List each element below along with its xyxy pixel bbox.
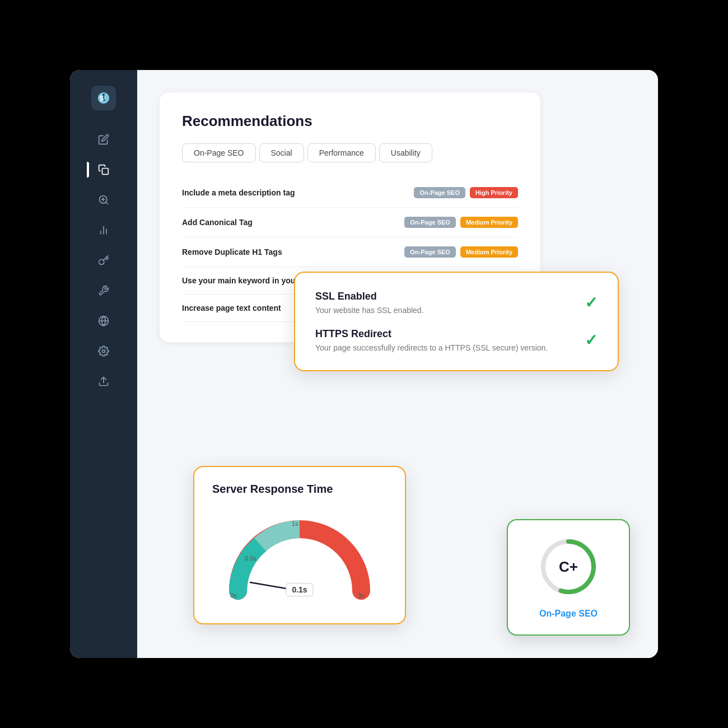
server-response-card: Server Response Time 0s 0.5s 1s 3s bbox=[193, 466, 406, 624]
ssl-item-2-content: HTTPS Redirect Your page successfully re… bbox=[315, 328, 548, 352]
ssl-enabled-desc: Your website has SSL enabled. bbox=[315, 306, 424, 315]
svg-rect-1 bbox=[102, 169, 109, 175]
sidebar-item-globe[interactable] bbox=[91, 309, 116, 333]
sidebar: $ bbox=[70, 70, 137, 658]
badge-medium-2: Medium Priority bbox=[460, 217, 518, 228]
sidebar-item-chart[interactable] bbox=[91, 218, 116, 242]
sidebar-item-key[interactable] bbox=[91, 248, 116, 273]
server-response-title: Server Response Time bbox=[212, 483, 387, 496]
tab-social[interactable]: Social bbox=[259, 143, 304, 162]
badge-seo-3: On-Page SEO bbox=[404, 246, 456, 258]
sidebar-item-edit[interactable] bbox=[91, 127, 116, 152]
rec-row-5-title: Increase page text content bbox=[182, 304, 281, 312]
rec-row-1: Include a meta description tag On-Page S… bbox=[182, 178, 518, 208]
badge-seo-1: On-Page SEO bbox=[414, 187, 465, 198]
badge-medium-3: Medium Priority bbox=[460, 246, 518, 258]
tab-usability[interactable]: Usability bbox=[379, 143, 432, 162]
gauge-label-05s: 0.5s bbox=[245, 555, 256, 562]
sidebar-item-upload[interactable] bbox=[91, 369, 116, 394]
tab-performance[interactable]: Performance bbox=[307, 143, 376, 162]
ssl-enabled-title: SSL Enabled bbox=[315, 291, 424, 302]
grade-label: On-Page SEO bbox=[539, 609, 598, 619]
sidebar-item-settings[interactable] bbox=[91, 339, 116, 363]
https-check-icon: ✓ bbox=[585, 331, 598, 349]
ssl-item-1: SSL Enabled Your website has SSL enabled… bbox=[315, 291, 598, 315]
grade-value: C+ bbox=[559, 558, 578, 576]
gauge-container: 0s 0.5s 1s 3s 0.1s bbox=[212, 507, 387, 608]
sidebar-logo[interactable]: $ bbox=[91, 86, 116, 110]
https-redirect-desc: Your page successfully redirects to a HT… bbox=[315, 343, 548, 352]
rec-row-3-title: Remove Duplicate H1 Tags bbox=[182, 248, 282, 256]
sidebar-item-tool[interactable] bbox=[91, 278, 116, 303]
rec-row-1-badges: On-Page SEO High Priority bbox=[414, 187, 518, 198]
gauge-value: 0.1s bbox=[286, 583, 313, 596]
rec-row-2-title: Add Canonical Tag bbox=[182, 218, 253, 227]
grade-card: C+ On-Page SEO bbox=[507, 519, 630, 636]
ssl-item-1-content: SSL Enabled Your website has SSL enabled… bbox=[315, 291, 424, 315]
rec-row-2-badges: On-Page SEO Medium Priority bbox=[404, 217, 518, 228]
gauge-label-1s: 1s bbox=[292, 520, 298, 527]
svg-point-11 bbox=[102, 350, 105, 353]
rec-row-1-title: Include a meta description tag bbox=[182, 188, 295, 197]
gauge-label-0s: 0s bbox=[230, 592, 237, 599]
rec-row-2: Add Canonical Tag On-Page SEO Medium Pri… bbox=[182, 208, 518, 237]
ssl-item-1-header: SSL Enabled Your website has SSL enabled… bbox=[315, 291, 598, 315]
sidebar-item-copy[interactable] bbox=[91, 157, 116, 182]
grade-circle: C+ bbox=[538, 536, 599, 598]
rec-row-3: Remove Duplicate H1 Tags On-Page SEO Med… bbox=[182, 237, 518, 267]
ssl-item-2-header: HTTPS Redirect Your page successfully re… bbox=[315, 328, 598, 352]
ssl-card: SSL Enabled Your website has SSL enabled… bbox=[294, 272, 619, 371]
svg-text:$: $ bbox=[100, 94, 104, 102]
rec-tabs: On-Page SEO Social Performance Usability bbox=[182, 143, 518, 162]
rec-row-3-badges: On-Page SEO Medium Priority bbox=[404, 246, 518, 258]
ssl-item-2: HTTPS Redirect Your page successfully re… bbox=[315, 328, 598, 352]
ssl-check-icon: ✓ bbox=[585, 293, 598, 312]
svg-line-3 bbox=[106, 202, 108, 204]
app-container: $ bbox=[70, 70, 658, 658]
badge-seo-2: On-Page SEO bbox=[404, 217, 456, 228]
gauge-label-3s: 3s bbox=[358, 592, 365, 599]
tab-on-page-seo[interactable]: On-Page SEO bbox=[182, 143, 256, 162]
badge-high-1: High Priority bbox=[470, 187, 518, 198]
https-redirect-title: HTTPS Redirect bbox=[315, 328, 548, 340]
sidebar-item-search[interactable] bbox=[91, 188, 116, 212]
main-content: Recommendations On-Page SEO Social Perfo… bbox=[137, 70, 658, 658]
recommendations-title: Recommendations bbox=[182, 113, 518, 130]
